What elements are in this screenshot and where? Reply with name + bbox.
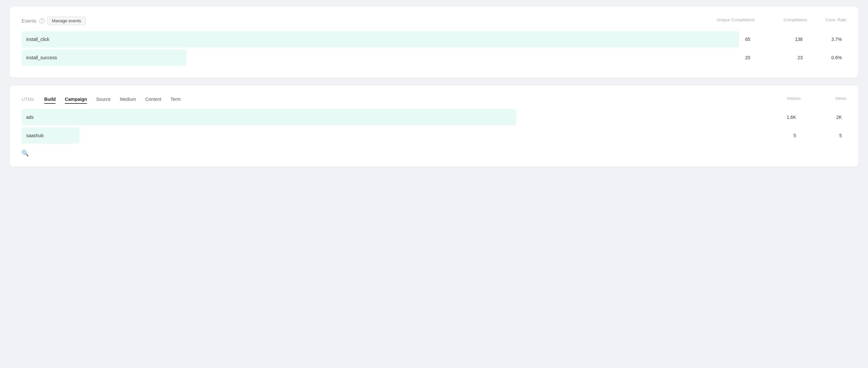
event-name: install_click [26, 37, 685, 42]
utm-views: 2K [796, 115, 842, 120]
event-unique-completions: 20 [685, 55, 750, 60]
search-icon[interactable]: 🔍 [22, 150, 29, 157]
event-unique-completions: 65 [685, 37, 750, 42]
event-conv-rate: 0.6% [803, 55, 842, 60]
event-completions: 138 [750, 37, 803, 42]
utms-header: UTMs BuildCampaignSourceMediumContentTer… [22, 95, 846, 103]
event-name: install_success [26, 55, 685, 60]
event-completions: 23 [750, 55, 803, 60]
unique-completions-header: Unique Completions [689, 17, 755, 22]
utm-values: 55 [731, 133, 842, 138]
events-header: Events ? Manage events Unique Completion… [22, 17, 846, 25]
views-header: Views [801, 96, 846, 101]
events-header-left: Events ? Manage events [22, 17, 86, 25]
events-label: Events [22, 18, 37, 24]
events-card: Events ? Manage events Unique Completion… [10, 6, 858, 78]
utms-card: UTMs BuildCampaignSourceMediumContentTer… [10, 85, 858, 167]
conv-rate-header: Conv. Rate [807, 17, 846, 22]
search-area: 🔍 [22, 150, 846, 157]
utm-row[interactable]: ads1.6K2K [22, 109, 846, 125]
tab-content[interactable]: Content [141, 95, 166, 103]
event-row[interactable]: install_click651383.7% [22, 31, 846, 48]
event-values: 651383.7% [685, 37, 842, 42]
events-table: install_click651383.7%install_success202… [22, 31, 846, 66]
event-row[interactable]: install_success20230.6% [22, 50, 846, 66]
utms-tabs: UTMs BuildCampaignSourceMediumContentTer… [22, 95, 185, 103]
help-icon[interactable]: ? [39, 18, 44, 24]
tab-campaign[interactable]: Campaign [60, 95, 92, 103]
utms-table: ads1.6K2Ksaashub55 [22, 109, 846, 144]
visitors-header: Visitors [735, 96, 801, 101]
utm-views: 5 [796, 133, 842, 138]
tab-medium[interactable]: Medium [115, 95, 141, 103]
utms-label: UTMs [22, 96, 34, 102]
tab-term[interactable]: Term [166, 95, 185, 103]
tab-build[interactable]: Build [39, 95, 60, 103]
utm-values: 1.6K2K [731, 115, 842, 120]
completions-header: Completions [755, 17, 807, 22]
event-conv-rate: 3.7% [803, 37, 842, 42]
utm-row[interactable]: saashub55 [22, 128, 846, 144]
event-values: 20230.6% [685, 55, 842, 60]
utm-visitors: 5 [731, 133, 796, 138]
manage-events-button[interactable]: Manage events [47, 17, 86, 25]
utm-name: saashub [26, 133, 731, 138]
utm-name: ads [26, 115, 731, 120]
utm-visitors: 1.6K [731, 115, 796, 120]
utms-col-headers: Visitors Views [735, 96, 846, 101]
tab-source[interactable]: Source [92, 95, 115, 103]
events-col-headers: Unique Completions Completions Conv. Rat… [689, 17, 846, 22]
